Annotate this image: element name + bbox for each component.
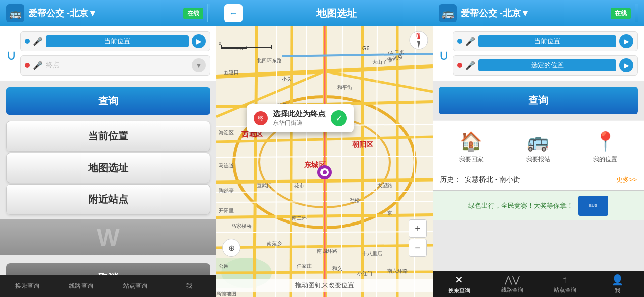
map-popup: 终 选择此处为终点 东华门街道 ✓ (247, 104, 354, 132)
svg-text:陶然亭: 陶然亭 (219, 188, 234, 193)
map-area[interactable]: 西城区 东城区 朝阳区 五道口 北四环东路 大山子 酒仙桥 小关 和平街 马甸 … (216, 26, 433, 297)
history-text: 安慧桥北 - 南小街 (465, 175, 520, 184)
option-current-location[interactable]: 当前位置 (6, 121, 210, 152)
map-zoom-controls: + − (409, 219, 427, 257)
forward-btn-from[interactable]: ▶ (192, 34, 206, 48)
compass: N (409, 30, 429, 50)
bus-report-icon: 🚌 (527, 131, 549, 152)
option-nearby-stops[interactable]: 附近站点 (6, 184, 210, 215)
history-prefix: 历史： (440, 175, 461, 184)
end-marker: 终 (254, 111, 268, 125)
panel3-tab-transfer[interactable]: ✕ 换乘查询 (433, 274, 486, 294)
grid-report-stop[interactable]: 🚌 我要报站 (526, 131, 550, 164)
svg-text:和平街: 和平街 (337, 85, 352, 90)
svg-text:北四环东路: 北四环东路 (257, 58, 282, 63)
panel3-bottom-bar: ✕ 换乘查询 ⋀⋁ 线路查询 ↑ 站点查询 👤 我 (433, 271, 644, 297)
panel1-online-badge: 在线 (183, 8, 203, 19)
panel3-forward-to[interactable]: ▶ (619, 58, 633, 72)
svg-text:劲松: 劲松 (350, 198, 360, 203)
svg-text:宣武门: 宣武门 (257, 183, 272, 188)
route-connector: ∪ 🎤 当前位置 ▶ 🎤 终点 ▼ (6, 31, 210, 76)
svg-text:大山子: 大山子 (372, 59, 387, 65)
panel3-online-badge: 在线 (611, 8, 631, 19)
panel3-tab-me[interactable]: 👤 我 (591, 274, 644, 294)
svg-text:任家庄: 任家庄 (296, 263, 312, 269)
panel3-signal-bar (635, 4, 638, 22)
svg-point-72 (323, 170, 327, 174)
panel1-app-title: 爱帮公交 -北京▼ (28, 7, 179, 19)
panel1-bottom-bar: 换乘查询 线路查询 站点查询 我 (0, 275, 216, 297)
banner-area: 绿色出行，全民竞赛！大奖等你拿！ BUS (433, 190, 644, 220)
report-stop-label: 我要报站 (526, 155, 550, 164)
panel3-dot-blue (457, 39, 462, 44)
popup-title: 选择此处为终点 (273, 109, 326, 119)
svg-text:小关: 小关 (282, 76, 292, 82)
current-location-tag[interactable]: 当前位置 (46, 35, 189, 47)
mic-icon-to: 🎤 (33, 61, 43, 70)
panel3-input-to[interactable]: 🎤 选定的位置 ▶ (453, 55, 638, 76)
dot-blue (25, 39, 30, 44)
panel3-bus-icon: 🚌 (439, 4, 457, 22)
svg-text:马家楼桥: 马家楼桥 (231, 223, 252, 229)
dot-red (25, 63, 30, 68)
panel1-input-section: ∪ 🎤 当前位置 ▶ 🎤 终点 ▼ (0, 26, 216, 81)
svg-text:五道口: 五道口 (224, 69, 239, 75)
route-icon: ⋀⋁ (505, 274, 520, 285)
svg-line-13 (291, 26, 292, 297)
svg-text:海淀区: 海淀区 (219, 130, 234, 135)
grid-my-location[interactable]: 📍 我的位置 (593, 131, 617, 164)
panel3-header: 🚌 爱帮公交 -北京▼ 在线 (433, 0, 644, 26)
route-u-icon: ∪ (6, 48, 17, 62)
svg-text:大望路: 大望路 (377, 183, 392, 188)
banner-text: 绿色出行，全民竞赛！大奖等你拿！ (468, 201, 573, 210)
me-icon: 👤 (611, 274, 624, 286)
input-from-row[interactable]: 🎤 当前位置 ▶ (20, 31, 210, 51)
svg-text:开阳里: 开阳里 (219, 208, 234, 213)
popup-text: 选择此处为终点 东华门街道 (273, 109, 326, 127)
panel1-query-btn[interactable]: 查询 (6, 87, 210, 115)
svg-text:G6: G6 (362, 45, 370, 51)
svg-text:南苑乡: 南苑乡 (267, 241, 282, 246)
panel1-tab-transfer[interactable]: 换乘查询 (0, 280, 54, 292)
panel3-tab-stop[interactable]: ↑ 站点查询 (538, 274, 591, 294)
panel3-forward-from[interactable]: ▶ (619, 34, 633, 48)
panel1-tab-stop[interactable]: 站点查询 (108, 280, 163, 292)
svg-text:南二环: 南二环 (292, 215, 307, 221)
input-to-row[interactable]: 🎤 终点 ▼ (20, 55, 210, 76)
connector-line: ∪ (6, 31, 16, 76)
svg-text:朝阳区: 朝阳区 (352, 140, 373, 148)
inputs-column: 🎤 当前位置 ▶ 🎤 终点 ▼ (20, 31, 210, 76)
svg-text:N: N (416, 32, 420, 38)
panel3-dest-tag[interactable]: 选定的位置 (478, 59, 616, 71)
locate-btn[interactable]: ⊕ (222, 239, 240, 257)
panel3-input-from[interactable]: 🎤 当前位置 ▶ (453, 31, 638, 51)
panel3-mic-from: 🎤 (465, 37, 475, 46)
option-map-select[interactable]: 地图选址 (6, 153, 210, 183)
shortcut-grid: 🏠 我要回家 🚌 我要报站 📍 我的位置 (433, 120, 644, 169)
to-placeholder[interactable]: 终点 (46, 61, 189, 70)
history-more-btn[interactable]: 更多>> (616, 175, 637, 184)
svg-text:马连道: 马连道 (219, 163, 234, 168)
end-marker-text: 终 (258, 114, 264, 123)
signal-bar (207, 4, 210, 22)
svg-rect-69 (221, 47, 247, 49)
popup-confirm-btn[interactable]: ✓ (331, 110, 347, 126)
map-title: 地图选址 (249, 7, 425, 20)
panel3-current-location-tag[interactable]: 当前位置 (478, 35, 616, 47)
stop-label: 站点查询 (554, 286, 576, 294)
panel1-tab-route[interactable]: 线路查询 (54, 280, 109, 292)
zoom-out-btn[interactable]: − (409, 239, 427, 257)
grid-go-home[interactable]: 🏠 我要回家 (459, 131, 484, 164)
map-header: ← 地图选址 (216, 0, 433, 26)
panel1-tab-me[interactable]: 我 (163, 280, 217, 292)
forward-btn-to[interactable]: ▼ (192, 58, 206, 72)
panel3-tab-route[interactable]: ⋀⋁ 线路查询 (486, 274, 538, 294)
panel3-input-section: ∪ 🎤 当前位置 ▶ 🎤 选定的位置 ▶ (433, 26, 644, 81)
my-location-label: 我的位置 (593, 155, 617, 164)
mic-icon-from: 🎤 (33, 37, 43, 46)
map-back-btn[interactable]: ← (224, 4, 243, 22)
zoom-in-btn[interactable]: + (409, 219, 427, 238)
panel3-spacer (433, 220, 644, 271)
panel3-query-btn[interactable]: 查询 (439, 87, 638, 114)
svg-text:小红门: 小红门 (357, 271, 372, 276)
